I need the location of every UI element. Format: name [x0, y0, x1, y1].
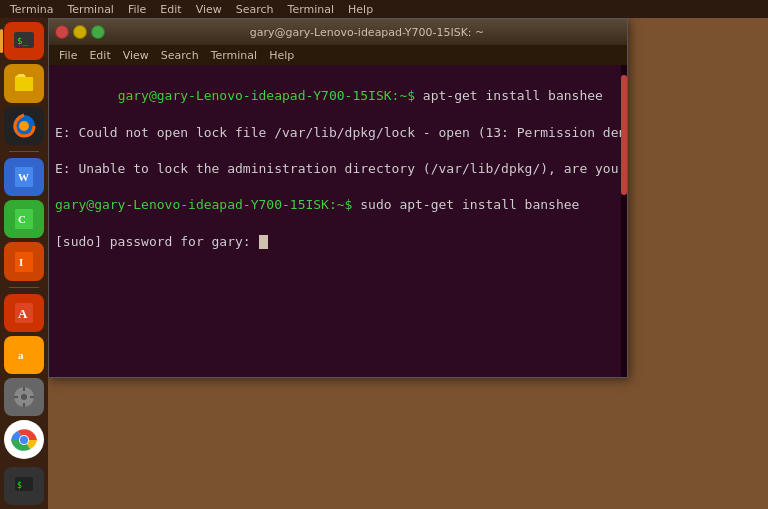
sidebar-item-files[interactable]: [4, 64, 44, 102]
top-menu-file[interactable]: File: [122, 0, 152, 18]
sidebar-item-terminal-bottom[interactable]: $: [4, 467, 44, 505]
prompt-2: gary@gary-Lenovo-ideapad-Y700-15ISK:~$: [55, 197, 352, 212]
terminal-scrollbar[interactable]: [621, 65, 627, 377]
sidebar-item-firefox[interactable]: [4, 107, 44, 145]
terminal-output: gary@gary-Lenovo-ideapad-Y700-15ISK:~$ a…: [55, 69, 621, 269]
error-1: E: Could not open lock file /var/lib/dpk…: [55, 125, 627, 140]
terminal-window: gary@gary-Lenovo-ideapad-Y700-15ISK: ~ F…: [48, 18, 628, 378]
top-menu-search[interactable]: Search: [230, 0, 280, 18]
svg-rect-12: [14, 345, 34, 365]
sidebar-item-writer[interactable]: W: [4, 158, 44, 196]
window-close-button[interactable]: [55, 25, 69, 39]
top-menu-bar: Termina Terminal File Edit View Search T…: [0, 0, 379, 18]
cmd-1: apt-get install banshee: [415, 88, 603, 103]
error-2: E: Unable to lock the administration dir…: [55, 161, 627, 176]
desktop: Termina Terminal File Edit View Search T…: [0, 0, 768, 509]
term-menu-edit[interactable]: Edit: [83, 49, 116, 62]
top-menu-termina[interactable]: Termina: [4, 0, 59, 18]
sidebar-divider-1: [9, 151, 39, 152]
sidebar-item-amazon[interactable]: a: [4, 336, 44, 374]
sidebar-item-font[interactable]: A: [4, 294, 44, 332]
window-minimize-button[interactable]: [73, 25, 87, 39]
svg-text:C: C: [18, 213, 26, 225]
top-menu-edit[interactable]: Edit: [154, 0, 187, 18]
term-menu-view[interactable]: View: [117, 49, 155, 62]
cmd-2: sudo apt-get install banshee: [352, 197, 579, 212]
top-menu-terminal2[interactable]: Terminal: [282, 0, 341, 18]
svg-text:W: W: [18, 171, 29, 183]
svg-point-15: [21, 394, 27, 400]
svg-text:A: A: [18, 306, 28, 321]
sidebar-divider-2: [9, 287, 39, 288]
term-menu-terminal[interactable]: Terminal: [205, 49, 264, 62]
svg-point-18: [20, 436, 28, 444]
cursor: [259, 235, 268, 249]
terminal-title: gary@gary-Lenovo-ideapad-Y700-15ISK: ~: [113, 26, 621, 39]
term-menu-file[interactable]: File: [53, 49, 83, 62]
svg-rect-8: [15, 252, 33, 272]
top-menu-view[interactable]: View: [190, 0, 228, 18]
svg-text:a: a: [18, 349, 24, 361]
svg-point-3: [19, 121, 29, 131]
sidebar: $_ W: [0, 18, 48, 509]
svg-text:$_: $_: [17, 36, 28, 46]
terminal-body[interactable]: gary@gary-Lenovo-ideapad-Y700-15ISK:~$ a…: [49, 65, 627, 377]
svg-text:I: I: [19, 256, 23, 268]
term-menu-search[interactable]: Search: [155, 49, 205, 62]
sidebar-item-chrome[interactable]: [4, 420, 44, 458]
window-buttons: [55, 25, 105, 39]
password-prompt: [sudo] password for gary:: [55, 234, 259, 249]
prompt-1: gary@gary-Lenovo-ideapad-Y700-15ISK:~$: [118, 88, 415, 103]
svg-text:$: $: [17, 481, 22, 490]
top-taskbar: Termina Terminal File Edit View Search T…: [0, 0, 768, 18]
sidebar-item-settings[interactable]: [4, 378, 44, 416]
sidebar-item-impress[interactable]: I: [4, 242, 44, 280]
sidebar-item-calc[interactable]: C: [4, 200, 44, 238]
top-menu-terminal[interactable]: Terminal: [61, 0, 120, 18]
window-maximize-button[interactable]: [91, 25, 105, 39]
sidebar-item-terminal[interactable]: $_: [4, 22, 44, 60]
top-menu-help[interactable]: Help: [342, 0, 379, 18]
terminal-scrollbar-thumb[interactable]: [621, 75, 627, 195]
terminal-titlebar: gary@gary-Lenovo-ideapad-Y700-15ISK: ~: [49, 19, 627, 45]
terminal-menubar: File Edit View Search Terminal Help: [49, 45, 627, 65]
term-menu-help[interactable]: Help: [263, 49, 300, 62]
